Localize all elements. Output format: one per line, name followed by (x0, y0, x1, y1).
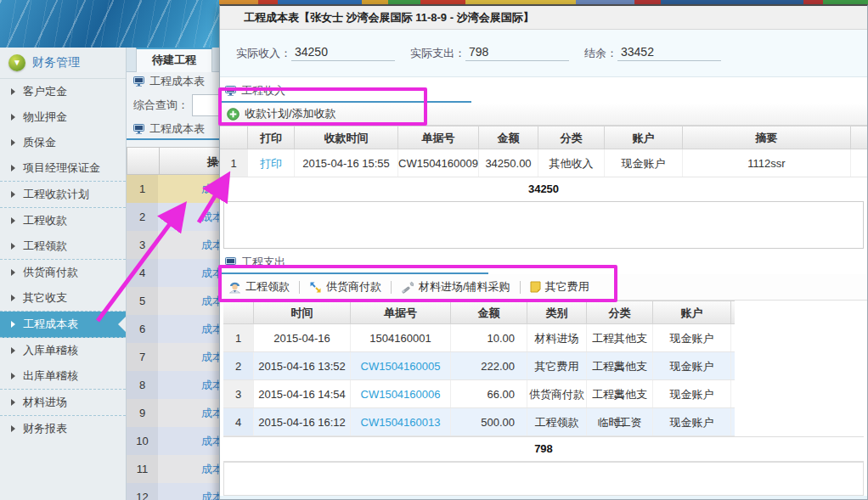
balance-value: 33452 (617, 45, 721, 61)
income-total: 34250 (220, 177, 867, 201)
tab-pending-projects[interactable]: 待建工程 (136, 48, 212, 72)
cost-sheet-link[interactable]: 成本表 (201, 323, 219, 335)
triangle-icon (11, 114, 15, 121)
sidebar-item-property-deposit[interactable]: 物业押金 (0, 104, 126, 130)
app-banner (0, 0, 223, 48)
sidebar-item-other-income-expense[interactable]: 其它收支 (0, 285, 126, 312)
income-section-title: 工程收入 (241, 83, 285, 98)
cost-sheet-dialog: 工程成本表【张女士 沙湾会展国际 11-8-9 - 沙湾会展国际】 实际收入： … (219, 4, 868, 500)
triangle-icon (11, 191, 15, 198)
income-empty-area (223, 201, 864, 249)
triangle-icon (11, 425, 15, 432)
table-row: 1成本表 (127, 175, 219, 203)
print-link[interactable]: 打印 (260, 157, 282, 170)
actual-income-value: 34250 (291, 45, 395, 61)
triangle-icon (11, 88, 15, 95)
triangle-icon (11, 373, 15, 379)
cost-sheet-link[interactable]: 成本表 (201, 491, 219, 500)
material-purchase-button[interactable]: 材料进场/辅料采购 (401, 279, 510, 295)
plus-circle-icon (227, 108, 240, 121)
cost-sheet-link[interactable]: 成本表 (201, 211, 219, 223)
document-link[interactable]: CW1504160013 (361, 416, 441, 429)
sidebar-item-inbound-audit[interactable]: 入库单稽核 (0, 338, 126, 363)
divider (299, 281, 300, 294)
add-receipt-button[interactable]: 收款计划/添加收款 (245, 106, 336, 121)
background-panel: 待建工程 工程成本表 综合查询： 工程成本表 操作 1成本表 2成本表 3成本表… (127, 48, 219, 500)
sidebar-item-finance-report[interactable]: 财务报表 (0, 416, 126, 441)
table-row: 10成本表 (127, 427, 219, 455)
cost-sheet-link[interactable]: 成本表 (201, 435, 219, 447)
sidebar-group-finance[interactable]: ▼ 财务管理 (0, 48, 126, 79)
sidebar-item-material-entry[interactable]: 材料进场 (0, 390, 126, 416)
cost-sheet-link[interactable]: 成本表 (201, 267, 219, 279)
table-row: 6成本表 (127, 315, 219, 343)
project-withdrawal-button[interactable]: 工程领款 (228, 279, 290, 295)
query-input[interactable] (192, 94, 219, 116)
sidebar-item-withdrawals[interactable]: 工程领款 (0, 233, 126, 260)
income-table-header: 打印 收款时间 单据号 金额 分类 账户 摘要 (220, 126, 867, 149)
monitor-icon (133, 76, 144, 87)
background-panel-title: 工程成本表 (149, 74, 205, 89)
query-label: 综合查询： (133, 98, 189, 113)
cost-sheet-link[interactable]: 成本表 (201, 351, 219, 363)
note-icon (530, 281, 541, 293)
expense-table-header: 时间 单据号 金额 类别 分类 账户 (223, 301, 735, 324)
dialog-footer-strip (220, 496, 867, 500)
expense-section-title: 工程支出 (241, 255, 285, 270)
table-row: 4 2015-04-16 16:12 CW1504160013 500.00 工… (223, 408, 735, 436)
sidebar-item-cost-sheet[interactable]: 工程成本表 (0, 312, 126, 338)
sidebar-item-supplier-payment[interactable]: 供货商付款 (0, 260, 126, 285)
cost-sheet-link[interactable]: 成本表 (201, 463, 219, 475)
document-link[interactable]: CW1504160006 (361, 388, 441, 401)
table-row: 4成本表 (127, 259, 219, 287)
sidebar-item-customer-deposit[interactable]: 客户定金 (0, 79, 126, 104)
table-row: 3成本表 (127, 231, 219, 259)
cost-sheet-link[interactable]: 成本表 (201, 379, 219, 391)
divider (520, 281, 521, 294)
actual-income-label: 实际收入： (236, 46, 291, 61)
table-row: 12成本表 (127, 483, 219, 500)
sidebar-item-receipt-plan[interactable]: 工程收款计划 (0, 182, 126, 208)
triangle-icon (11, 217, 15, 224)
cost-sheet-link[interactable]: 成本表 (201, 407, 219, 419)
table-row: 5成本表 (127, 287, 219, 315)
sidebar-item-receipts[interactable]: 工程收款 (0, 208, 126, 233)
worker-icon (228, 281, 241, 294)
actual-expense-value: 798 (465, 45, 569, 61)
income-table: 打印 收款时间 单据号 金额 分类 账户 摘要 1 打印 2015-04-16 … (220, 126, 867, 177)
panel-rule (127, 138, 219, 140)
triangle-icon (11, 399, 15, 406)
sidebar-item-pm-guarantee[interactable]: 项目经理保证金 (0, 155, 126, 182)
other-fee-button[interactable]: 其它费用 (530, 279, 589, 295)
transfer-arrows-icon (309, 281, 322, 294)
actual-expense-label: 实际支出： (410, 46, 465, 61)
document-link[interactable]: CW1504160005 (361, 360, 441, 373)
table-row: 1 打印 2015-04-16 15:55 CW1504160009 34250… (220, 149, 867, 177)
sidebar-item-outbound-audit[interactable]: 出库单稽核 (0, 363, 126, 390)
triangle-icon (11, 139, 15, 146)
dialog-title: 工程成本表【张女士 沙湾会展国际 11-8-9 - 沙湾会展国际】 (220, 6, 867, 30)
triangle-icon (11, 321, 15, 328)
supplier-payment-button[interactable]: 供货商付款 (309, 279, 381, 295)
table-row: 2 2015-04-16 13:52 CW1504160005 222.00 其… (223, 352, 735, 380)
triangle-icon (11, 269, 15, 276)
cost-sheet-link[interactable]: 成本表 (201, 239, 219, 251)
triangle-icon (11, 243, 15, 250)
background-grid: 操作 1成本表 2成本表 3成本表 4成本表 5成本表 6成本表 7成本表 8成… (127, 147, 219, 500)
sidebar-item-warranty[interactable]: 质保金 (0, 130, 126, 155)
triangle-icon (11, 295, 15, 301)
background-grid-header: 操作 (127, 147, 219, 175)
table-row: 2成本表 (127, 203, 219, 231)
monitor-icon (133, 124, 144, 134)
cost-sheet-link[interactable]: 成本表 (201, 183, 219, 195)
cost-sheet-link[interactable]: 成本表 (201, 295, 219, 307)
background-tab-bar: 待建工程 (127, 48, 219, 72)
table-row: 8成本表 (127, 371, 219, 399)
table-row: 9成本表 (127, 399, 219, 427)
wrench-icon (401, 281, 414, 294)
divider (391, 281, 392, 294)
table-row: 7成本表 (127, 343, 219, 371)
sidebar: ▼ 财务管理 客户定金 物业押金 质保金 项目经理保证金 工程收款计划 工程收款… (0, 48, 127, 500)
chevron-down-icon: ▼ (8, 54, 25, 71)
expense-total: 798 (223, 436, 864, 462)
